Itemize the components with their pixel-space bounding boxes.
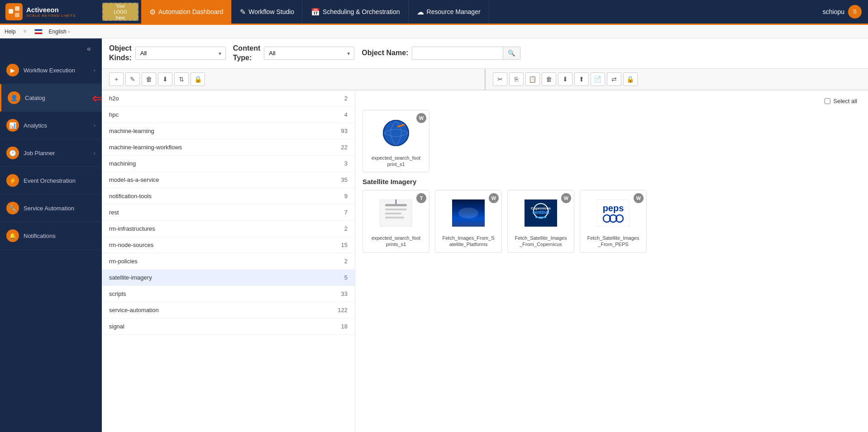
toolbar-cut-button[interactable]: ✂: [493, 72, 507, 86]
content-type-select-wrapper: All: [264, 47, 354, 60]
sidebar-item-analytics[interactable]: 📊 Analytics ›: [0, 112, 102, 139]
category-name: hpc: [109, 111, 334, 118]
toolbar-download-button[interactable]: ⬇: [558, 72, 572, 86]
main-layout: « ▶ Workflow Execution › 👤 Catalog ⟸ 2 📊…: [0, 38, 868, 432]
right-toolbar: ✂ ⎘ 📋 🗑 ⬇ ⬆ 📄 ⇄ 🔒: [486, 69, 868, 90]
sidebar-item-label: Analytics: [24, 122, 94, 129]
category-row[interactable]: hpc4: [102, 107, 355, 123]
sidebar-collapse-button[interactable]: «: [81, 41, 97, 57]
flag-icon: [34, 29, 43, 34]
category-row[interactable]: signal18: [102, 318, 355, 335]
help-link[interactable]: Help: [5, 28, 16, 35]
event-orchestration-icon: ⚡: [6, 174, 19, 187]
category-row[interactable]: rest7: [102, 204, 355, 221]
user-avatar: S: [848, 5, 862, 19]
toolbar-doc-button[interactable]: 📄: [591, 72, 605, 86]
category-count: 4: [334, 111, 348, 118]
job-planner-arrow: ‹: [94, 150, 95, 156]
category-count: 2: [334, 258, 348, 265]
content-type-select[interactable]: All: [264, 47, 354, 60]
toolbar-lock-button[interactable]: 🔒: [191, 72, 205, 86]
toolbar-export-button[interactable]: ⬇: [158, 72, 172, 86]
object-kinds-select[interactable]: All: [135, 47, 226, 60]
svg-rect-10: [385, 213, 401, 214]
tab-automation-dashboard[interactable]: ⚙ Automation Dashboard: [141, 0, 232, 24]
category-row[interactable]: machining3: [102, 156, 355, 172]
standalone-items-grid: W expected_se: [362, 110, 861, 173]
toolbar-workflow-button[interactable]: ⇄: [607, 72, 621, 86]
item-badge-w: W: [416, 113, 426, 123]
item-card-2[interactable]: W Fetch_Images_From_Satellite_Platforms: [435, 190, 502, 253]
catalog-icon: 👤: [8, 91, 20, 104]
toolbar-add-button[interactable]: +: [109, 72, 124, 86]
item-card-1[interactable]: T T expected_search_footprints_: [362, 190, 429, 253]
category-row[interactable]: rm-infrastructures2: [102, 221, 355, 237]
item-icon-peps: peps: [595, 195, 631, 231]
toolbar-delete2-button[interactable]: 🗑: [542, 72, 556, 86]
category-name: machine-learning-workflows: [109, 144, 334, 151]
category-row[interactable]: rm-policies2: [102, 253, 355, 270]
content-split: h2o2hpc4machine-learning93machine-learni…: [102, 90, 868, 432]
workflow-execution-arrow: ›: [94, 67, 95, 73]
category-name: rm-node-sources: [109, 242, 334, 248]
toolbar-copy-button[interactable]: ⎘: [509, 72, 524, 86]
item-card-name: Fetch_Satellite_Images_From_PEPS: [587, 235, 639, 248]
toolbar-upload-button[interactable]: ⬆: [574, 72, 589, 86]
toolbar-lock2-button[interactable]: 🔒: [623, 72, 638, 86]
logo-name: Activeeon: [26, 6, 76, 14]
svg-rect-1: [15, 6, 19, 11]
item-card-name: expected_search_footprints_s1: [372, 235, 420, 248]
category-name: satellite-imagery: [109, 274, 334, 281]
tab-workflow-studio[interactable]: ✎ Workflow Studio: [232, 0, 303, 24]
user-menu[interactable]: schiopu S: [816, 0, 868, 24]
nav-tabs: ⚙ Automation Dashboard ✎ Workflow Studio…: [141, 0, 816, 24]
category-row[interactable]: scripts33: [102, 286, 355, 302]
category-name: machining: [109, 160, 334, 167]
language-selector[interactable]: English -: [49, 28, 70, 35]
catalog-wrapper: 👤 Catalog ⟸ 2: [0, 84, 102, 112]
category-name: rm-infrastructures: [109, 225, 334, 232]
category-row[interactable]: satellite-imagery5: [102, 270, 355, 286]
category-row[interactable]: service-automation122: [102, 302, 355, 318]
toolbar-import-button[interactable]: ⇅: [174, 72, 189, 86]
tab-scheduling[interactable]: 📅 Scheduling & Orchestration: [303, 0, 408, 24]
sidebar-item-job-planner[interactable]: 🕐 Job Planner ‹: [0, 139, 102, 167]
category-name: signal: [109, 323, 334, 330]
sidebar-item-catalog[interactable]: 👤 Catalog: [0, 84, 102, 112]
category-name: rm-policies: [109, 258, 334, 265]
item-card-3[interactable]: W Copernicus sentinel: [507, 190, 574, 253]
tab-resource-manager[interactable]: ☁ Resource Manager: [409, 0, 489, 24]
analytics-icon: 📊: [6, 119, 19, 132]
object-name-input[interactable]: [412, 47, 503, 59]
category-row[interactable]: machine-learning93: [102, 123, 355, 139]
logo-icon: [5, 3, 23, 20]
item-card-standalone[interactable]: W expected_se: [362, 110, 429, 173]
category-row[interactable]: h2o2: [102, 90, 355, 107]
svg-rect-0: [9, 9, 13, 14]
select-all-checkbox[interactable]: [825, 98, 830, 104]
category-row[interactable]: notification-tools9: [102, 188, 355, 204]
object-name-group: Object Name: 🔍: [362, 47, 520, 60]
category-count: 5: [334, 274, 348, 281]
toolbar-edit-button[interactable]: ✎: [125, 72, 140, 86]
item-card-4[interactable]: W peps Fetch_Satellite_Images_F: [580, 190, 647, 253]
logo-placeholder: Your LOGO here: [102, 3, 138, 21]
category-row[interactable]: machine-learning-workflows22: [102, 139, 355, 156]
search-button[interactable]: 🔍: [503, 47, 520, 59]
category-count: 35: [334, 176, 348, 183]
sidebar-item-label: Service Automation: [24, 205, 95, 212]
category-count: 3: [334, 160, 348, 167]
item-badge-t: T: [416, 193, 426, 203]
category-name: rest: [109, 209, 334, 216]
sidebar-item-service-automation[interactable]: 🔧 Service Automation: [0, 195, 102, 222]
category-row[interactable]: model-as-a-service35: [102, 172, 355, 188]
object-kinds-group: Object Kinds: All: [109, 44, 226, 63]
category-row[interactable]: rm-node-sources15: [102, 237, 355, 253]
sidebar-item-workflow-execution[interactable]: ▶ Workflow Execution ›: [0, 57, 102, 84]
sidebar-item-event-orchestration[interactable]: ⚡ Event Orchestration: [0, 167, 102, 195]
toolbar-paste-button[interactable]: 📋: [525, 72, 540, 86]
sidebar-item-notifications[interactable]: 🔔 Notifications: [0, 222, 102, 250]
category-count: 22: [334, 144, 348, 151]
sidebar-item-label: Catalog: [25, 95, 95, 101]
toolbar-delete-button[interactable]: 🗑: [142, 72, 156, 86]
